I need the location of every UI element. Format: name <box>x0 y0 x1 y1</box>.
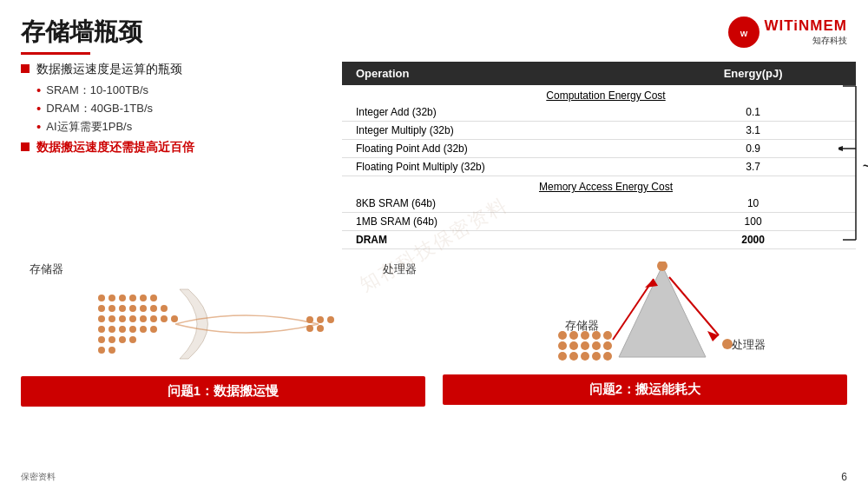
row-sram-1m: 1MB SRAM (64b) 100 <box>342 213 856 231</box>
logo-icon: W <box>727 16 760 49</box>
svg-point-39 <box>108 347 115 354</box>
energy-fp-add: 0.9 <box>650 140 856 158</box>
page-number: 6 <box>841 471 847 483</box>
bullet-main-1: 数据搬运速度是运算的瓶颈 <box>21 62 316 77</box>
bullet-item-1: 数据搬运速度是运算的瓶颈 • SRAM：10-100TB/s • DRAM：40… <box>21 62 316 135</box>
svg-point-30 <box>119 326 126 333</box>
bullet-item-2: 数据搬运速度还需提高近百倍 <box>21 140 316 156</box>
svg-point-43 <box>306 325 313 332</box>
sub-item-3: • AI运算需要1PB/s <box>36 119 316 135</box>
sub-dot-2: • <box>36 101 41 116</box>
svg-point-22 <box>119 315 126 322</box>
sub-text-3: AI运算需要1PB/s <box>46 119 132 135</box>
svg-point-45 <box>558 331 567 340</box>
svg-point-50 <box>558 341 567 350</box>
row-sram-8k: 8KB SRAM (64b) 10 <box>342 195 856 213</box>
svg-point-52 <box>581 341 589 350</box>
svg-point-12 <box>150 295 157 301</box>
svg-point-20 <box>98 315 105 322</box>
svg-point-56 <box>569 352 578 361</box>
triangle-diagram: 存储器 处理器 <box>443 262 847 366</box>
svg-point-27 <box>171 315 178 322</box>
footer-text: 保密资料 <box>21 472 56 481</box>
svg-point-19 <box>161 305 168 312</box>
svg-point-37 <box>129 336 136 343</box>
svg-point-24 <box>140 315 147 322</box>
svg-point-44 <box>317 325 324 332</box>
svg-point-31 <box>129 326 136 333</box>
title-block: 存储墙瓶颈 <box>21 16 142 55</box>
label-processor-left: 处理器 <box>383 262 417 277</box>
page-title: 存储墙瓶颈 <box>21 16 142 49</box>
bottom-left: 存储器 处理器 <box>21 262 425 407</box>
svg-point-14 <box>108 305 115 312</box>
annotation-650x-label: ~650X <box>863 159 868 173</box>
right-panel: Operation Energy(pJ) Computation Energy … <box>333 62 847 249</box>
title-underline <box>21 52 90 55</box>
op-sram-8k: 8KB SRAM (64b) <box>342 195 650 213</box>
svg-point-34 <box>98 336 105 343</box>
svg-point-18 <box>150 305 157 312</box>
energy-sram-8k: 10 <box>650 195 856 213</box>
svg-point-29 <box>108 326 115 333</box>
svg-point-55 <box>558 352 567 361</box>
svg-point-7 <box>98 295 105 301</box>
svg-point-36 <box>119 336 126 343</box>
logo-sub: 知存科技 <box>764 35 847 47</box>
problem-box-1: 问题1：数据搬运慢 <box>21 376 425 407</box>
triangle-storage-label: 存储器 <box>565 319 599 332</box>
label-storage-left: 存储器 <box>30 262 63 277</box>
svg-point-40 <box>306 316 313 323</box>
bullet-main-2: 数据搬运速度还需提高近百倍 <box>21 140 316 156</box>
row-int-add: Integer Add (32b) 0.1 <box>342 103 856 122</box>
svg-point-51 <box>569 341 578 350</box>
energy-table: Operation Energy(pJ) Computation Energy … <box>342 62 856 249</box>
svg-point-57 <box>581 352 589 361</box>
svg-point-61 <box>657 262 667 271</box>
storage-dots <box>98 295 178 354</box>
svg-point-33 <box>150 326 157 333</box>
svg-point-49 <box>603 331 612 340</box>
sub-dot-3: • <box>36 119 41 135</box>
section1-header: Computation Energy Cost <box>342 85 856 103</box>
sub-text-2: DRAM：40GB-1TB/s <box>46 101 153 116</box>
energy-fp-mul: 3.7 <box>650 158 856 176</box>
problem-box-2: 问题2：搬运能耗大 <box>443 374 847 405</box>
svg-point-38 <box>98 347 105 354</box>
triangle-area: 存储器 处理器 <box>443 262 847 369</box>
sub-list-1: • SRAM：10-100TB/s • DRAM：40GB-1TB/s • AI… <box>21 83 316 135</box>
svg-point-58 <box>592 352 601 361</box>
row-int-mul: Integer Multiply (32b) 3.1 <box>342 122 856 140</box>
left-panel: 数据搬运速度是运算的瓶颈 • SRAM：10-100TB/s • DRAM：40… <box>21 62 316 249</box>
svg-point-13 <box>98 305 105 312</box>
bullet-text-1: 数据搬运速度是运算的瓶颈 <box>36 62 182 77</box>
main-content: 数据搬运速度是运算的瓶颈 • SRAM：10-100TB/s • DRAM：40… <box>0 55 868 249</box>
bowtie-diagram <box>21 281 425 368</box>
row-fp-add: Floating Point Add (32b) 0.9 <box>342 140 856 158</box>
triangle-processor-label: 处理器 <box>732 338 766 351</box>
sub-text-1: SRAM：10-100TB/s <box>46 83 148 98</box>
col-operation: Operation <box>342 62 650 85</box>
svg-point-26 <box>161 315 168 322</box>
op-fp-add: Floating Point Add (32b) <box>342 140 650 158</box>
bullet-square-1 <box>21 64 30 73</box>
row-dram: DRAM 2000 <box>342 231 856 249</box>
svg-point-23 <box>129 315 136 322</box>
svg-point-15 <box>119 305 126 312</box>
logo-brand: WITiNMEM <box>764 17 847 35</box>
table-wrapper: Operation Energy(pJ) Computation Energy … <box>333 62 847 249</box>
bullet-text-2: 数据搬运速度还需提高近百倍 <box>36 140 194 156</box>
section2-header: Memory Access Energy Cost <box>342 176 856 195</box>
op-sram-1m: 1MB SRAM (64b) <box>342 213 650 231</box>
svg-point-35 <box>108 336 115 343</box>
bottom-right: 存储器 处理器 问题2：搬运能耗大 <box>443 262 847 407</box>
svg-point-21 <box>108 315 115 322</box>
svg-point-47 <box>581 331 589 340</box>
svg-point-8 <box>108 295 115 301</box>
annotation-svg: ~650X <box>838 79 868 253</box>
svg-point-9 <box>119 295 126 301</box>
section1-header-row: Computation Energy Cost <box>342 85 856 103</box>
svg-text:W: W <box>740 30 748 38</box>
op-dram: DRAM <box>342 231 650 249</box>
svg-point-17 <box>140 305 147 312</box>
